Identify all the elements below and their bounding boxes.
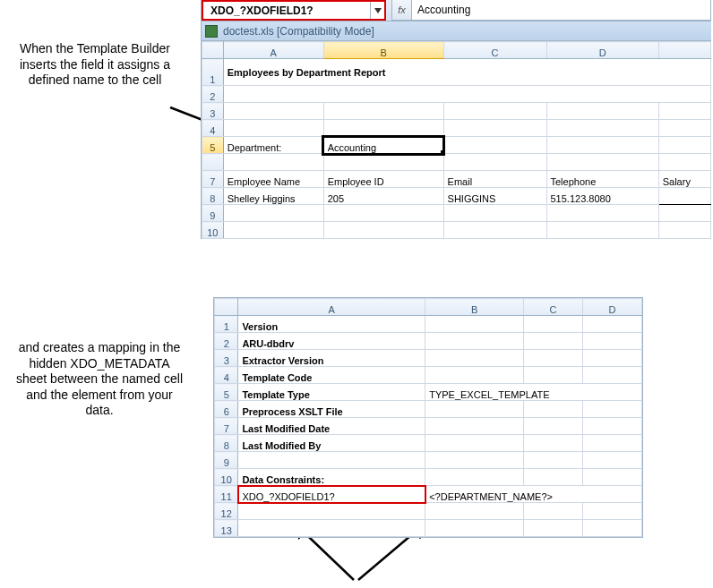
cell[interactable]	[583, 316, 642, 333]
cell-tpltype[interactable]: Template Type	[238, 384, 425, 401]
top-sheet-grid[interactable]: A B C D 1 Employees by Department Report…	[202, 41, 711, 239]
row-label[interactable]: 1	[202, 59, 224, 86]
cell-xslt[interactable]: Preprocess XSLT File	[238, 401, 425, 418]
col-header-A[interactable]: A	[223, 42, 323, 59]
cell[interactable]	[658, 103, 710, 120]
cell-version[interactable]: Version	[238, 316, 425, 333]
row-label[interactable]: 3	[202, 103, 224, 120]
row-label[interactable]: 5	[215, 384, 238, 401]
cell[interactable]	[658, 154, 710, 171]
cell[interactable]	[658, 205, 710, 222]
col-header-D[interactable]: D	[546, 42, 658, 59]
cell[interactable]	[658, 137, 710, 154]
row-label[interactable]: 6	[215, 401, 238, 418]
header-email[interactable]: Email	[443, 171, 546, 188]
formula-bar[interactable]: fx Accounting	[391, 0, 711, 21]
cell[interactable]	[524, 333, 583, 350]
cell[interactable]	[323, 222, 443, 239]
cell[interactable]	[238, 503, 425, 520]
cell[interactable]	[583, 469, 642, 486]
cell[interactable]	[524, 316, 583, 333]
cell[interactable]	[443, 120, 546, 137]
cell[interactable]	[524, 435, 583, 452]
header-emp-id[interactable]: Employee ID	[323, 171, 443, 188]
cell-constraints[interactable]: Data Constraints:	[238, 469, 425, 486]
cell[interactable]	[425, 469, 524, 486]
cell[interactable]	[658, 120, 710, 137]
col-header-B[interactable]: B	[323, 42, 443, 59]
col-header-B[interactable]: B	[425, 299, 524, 316]
header-emp-name[interactable]: Employee Name	[223, 171, 323, 188]
cell[interactable]	[546, 222, 658, 239]
row-label[interactable]: 8	[215, 435, 238, 452]
row-label[interactable]: 8	[202, 188, 224, 205]
cell-extractor[interactable]: Extractor Version	[238, 350, 425, 367]
cell[interactable]	[583, 452, 642, 469]
cell[interactable]	[524, 367, 583, 384]
cell[interactable]	[425, 418, 524, 435]
cell[interactable]	[583, 435, 642, 452]
cell[interactable]	[425, 503, 524, 520]
name-box[interactable]: XDO_?XDOFIELD1?	[202, 0, 386, 21]
cell[interactable]	[583, 350, 642, 367]
cell[interactable]	[583, 503, 642, 520]
fx-icon[interactable]: fx	[392, 0, 412, 20]
cell-email[interactable]: SHIGGINS	[443, 188, 546, 205]
cell[interactable]	[223, 120, 323, 137]
metadata-sheet-grid[interactable]: A B C D 1Version 2ARU-dbdrv 3Extractor V…	[214, 298, 642, 537]
row-label[interactable]: 10	[202, 222, 224, 239]
cell-telephone[interactable]: 515.123.8080	[546, 188, 658, 205]
cell-xdo-field-map[interactable]: <?DEPARTMENT_NAME?>	[425, 486, 642, 503]
header-salary[interactable]: Salary	[658, 171, 710, 188]
cell-tpltype-val[interactable]: TYPE_EXCEL_TEMPLATE	[425, 384, 642, 401]
report-title-cell[interactable]: Employees by Department Report	[223, 59, 710, 86]
cell[interactable]	[524, 350, 583, 367]
cell[interactable]	[583, 367, 642, 384]
select-all-corner[interactable]	[202, 42, 224, 59]
col-header-C[interactable]: C	[443, 42, 546, 59]
row-label[interactable]: 12	[215, 503, 238, 520]
cell[interactable]	[323, 205, 443, 222]
cell-emp-name[interactable]: Shelley Higgins	[223, 188, 323, 205]
cell[interactable]	[524, 401, 583, 418]
select-all-corner[interactable]	[215, 299, 238, 316]
cell[interactable]	[443, 205, 546, 222]
cell[interactable]	[425, 435, 524, 452]
col-header-A[interactable]: A	[238, 299, 425, 316]
cell[interactable]	[583, 418, 642, 435]
row-label[interactable]: 7	[202, 171, 224, 188]
cell[interactable]	[223, 222, 323, 239]
cell[interactable]	[425, 520, 524, 537]
cell[interactable]	[425, 333, 524, 350]
cell[interactable]	[238, 452, 425, 469]
cell-salary[interactable]	[658, 188, 710, 205]
row-label[interactable]: 9	[202, 205, 224, 222]
row-label[interactable]	[202, 154, 224, 171]
row-label[interactable]: 1	[215, 316, 238, 333]
col-header-C[interactable]: C	[524, 299, 583, 316]
cell[interactable]	[583, 333, 642, 350]
cell[interactable]	[546, 103, 658, 120]
cell[interactable]	[223, 205, 323, 222]
cell[interactable]	[658, 222, 710, 239]
col-header-D[interactable]: D	[583, 299, 642, 316]
cell-xdo-field-name[interactable]: XDO_?XDOFIELD1?	[238, 486, 425, 503]
cell[interactable]	[546, 154, 658, 171]
row-label[interactable]: 5	[202, 137, 224, 154]
cell[interactable]	[524, 503, 583, 520]
cell[interactable]	[425, 316, 524, 333]
cell[interactable]	[443, 154, 546, 171]
row-label[interactable]: 2	[202, 86, 224, 103]
cell-aru[interactable]: ARU-dbdrv	[238, 333, 425, 350]
cell[interactable]	[323, 120, 443, 137]
name-box-dropdown-icon[interactable]	[370, 2, 384, 19]
cell[interactable]	[223, 86, 710, 103]
cell[interactable]	[223, 103, 323, 120]
row-label[interactable]: 9	[215, 452, 238, 469]
row-label[interactable]: 11	[215, 486, 238, 503]
cell[interactable]	[524, 520, 583, 537]
cell[interactable]	[425, 350, 524, 367]
cell[interactable]	[425, 452, 524, 469]
cell-lmd[interactable]: Last Modified Date	[238, 418, 425, 435]
cell-tplcode[interactable]: Template Code	[238, 367, 425, 384]
